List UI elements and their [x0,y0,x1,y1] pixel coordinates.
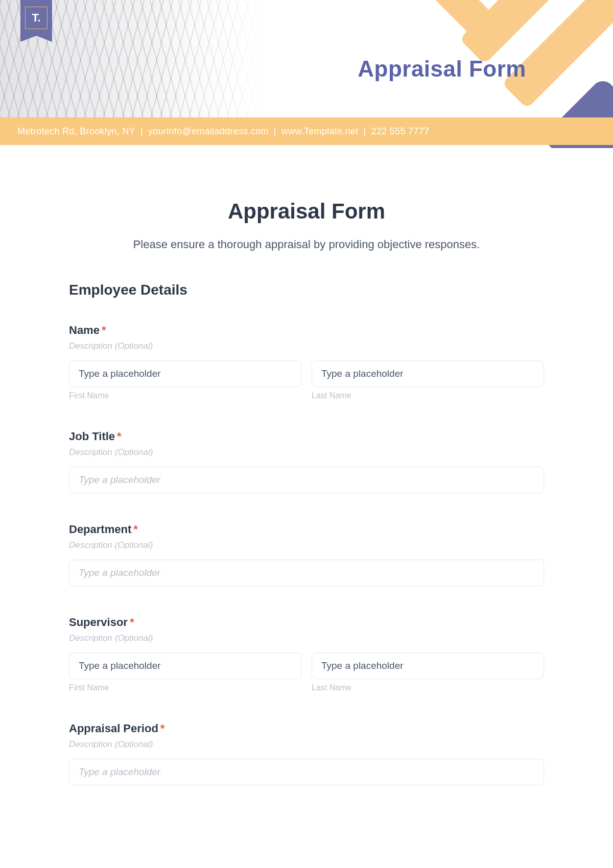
separator: | [364,126,366,137]
header-title: Appraisal Form [358,56,526,82]
required-asterisk: * [133,523,138,536]
form-content: Appraisal Form Please ensure a thorough … [0,148,613,835]
sublabel-first-name: First Name [69,391,301,400]
field-department: Department* Description (Optional) [69,523,544,586]
separator: | [140,126,143,137]
sublabel-last-name: Last Name [312,391,544,400]
field-label: Name* [69,324,544,337]
contact-email: yourinfo@emailaddress.com [148,126,269,137]
field-label: Department* [69,523,544,536]
department-input[interactable] [69,560,544,586]
job-title-input[interactable] [69,467,544,493]
field-supervisor: Supervisor* Description (Optional) First… [69,616,544,692]
form-title: Appraisal Form [69,199,544,224]
field-appraisal-period: Appraisal Period* Description (Optional) [69,722,544,785]
separator: | [274,126,276,137]
field-description: Description (Optional) [69,447,544,457]
supervisor-first-name-input[interactable] [69,653,301,679]
field-description: Description (Optional) [69,540,544,550]
required-asterisk: * [130,616,134,629]
last-name-input[interactable] [312,360,544,387]
label-text: Supervisor [69,616,128,629]
supervisor-last-name-input[interactable] [312,653,544,679]
contact-address: Metrotech Rd, Brooklyn, NY [17,126,135,137]
first-name-input[interactable] [69,360,301,387]
field-job-title: Job Title* Description (Optional) [69,430,544,493]
logo-ribbon: T. [20,0,52,36]
label-text: Name [69,324,100,336]
form-header: T. Appraisal Form Metrotech Rd, Brooklyn… [0,0,613,148]
field-description: Description (Optional) [69,633,544,643]
required-asterisk: * [160,722,165,735]
contact-bar: Metrotech Rd, Brooklyn, NY | yourinfo@em… [0,117,613,145]
sublabel-first-name: First Name [69,683,301,692]
label-text: Appraisal Period [69,722,158,735]
contact-phone: 222 555 7777 [371,126,430,137]
field-description: Description (Optional) [69,341,544,351]
field-description: Description (Optional) [69,739,544,750]
form-subtitle: Please ensure a thorough appraisal by pr… [69,238,544,251]
contact-website: www.Template.net [281,126,359,137]
label-text: Department [69,523,131,536]
required-asterisk: * [102,324,106,336]
required-asterisk: * [117,430,122,443]
logo-text: T. [25,7,48,29]
sublabel-last-name: Last Name [312,683,544,692]
section-title-employee-details: Employee Details [69,282,544,298]
label-text: Job Title [69,430,115,443]
field-label: Appraisal Period* [69,722,544,735]
appraisal-period-input[interactable] [69,759,544,785]
field-name: Name* Description (Optional) First Name … [69,324,544,400]
field-label: Supervisor* [69,616,544,629]
field-label: Job Title* [69,430,544,443]
